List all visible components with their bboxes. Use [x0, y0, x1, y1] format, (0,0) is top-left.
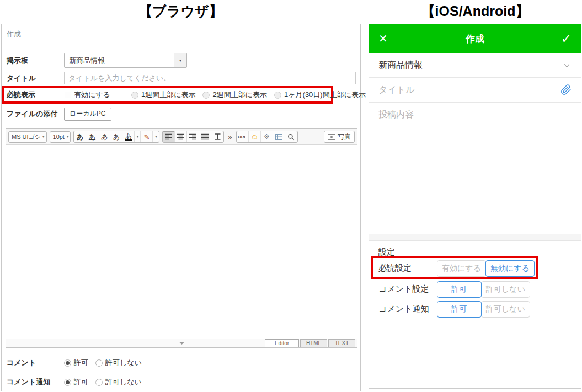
font-family-select[interactable]: MS UIゴシ ▾ — [8, 131, 47, 143]
dropdown-arrow-icon[interactable]: ▼ — [174, 53, 186, 67]
comment-notify-row: コメント通知 許可 許可しない — [7, 377, 356, 387]
search-icon — [287, 133, 295, 141]
mustread-enable-checkbox[interactable] — [65, 92, 71, 98]
notify-allow-label: 許可 — [74, 377, 88, 387]
file-attach-row: ファイルの添付 ローカルPC — [7, 107, 356, 121]
editor-content-area[interactable] — [6, 145, 357, 339]
rich-text-editor: MS UIゴシ ▾ 10pt ▾ あ あ あ あ あ ▾ ✎ ▾ — [6, 128, 357, 348]
notify-deny-button[interactable]: 許可しない — [481, 301, 530, 318]
align-center-icon — [177, 133, 184, 140]
mustread-2week-label: 2週間上部に表示 — [212, 90, 267, 100]
comment-allow-label: 許可 — [74, 358, 88, 368]
mustread-enable-label: 有効にする — [74, 90, 110, 100]
font-family-value: MS UIゴシ — [12, 133, 40, 141]
align-left-button[interactable] — [163, 131, 175, 142]
underline-button[interactable]: あ — [86, 131, 98, 142]
comment-setting-label: コメント設定 — [378, 284, 437, 294]
divider — [6, 42, 355, 42]
align-button-group — [162, 131, 224, 143]
strikethrough-button[interactable]: あ — [110, 131, 122, 142]
editor-bottom-bar: Editor HTML TEXT — [6, 339, 357, 347]
highlight-pen-icon[interactable]: ✎ — [141, 131, 153, 142]
notify-allow-radio[interactable] — [64, 379, 71, 386]
local-pc-button[interactable]: ローカルPC — [64, 108, 111, 121]
notify-allow-button[interactable]: 許可 — [437, 301, 482, 318]
mobile-board-select[interactable]: 新商品情報 — [369, 53, 581, 78]
mobile-header: ✕ 作成 ✓ — [369, 24, 581, 53]
chevron-down-icon — [562, 61, 572, 70]
comment-notify-setting-row: コメント通知 許可 許可しない — [369, 299, 581, 319]
comment-deny-button[interactable]: 許可しない — [481, 281, 530, 298]
bold-button[interactable]: あ — [74, 131, 86, 142]
mustread-1month-radio[interactable] — [274, 92, 281, 99]
font-size-select[interactable]: 10pt ▾ — [50, 131, 71, 143]
comment-segmented-control: 許可 許可しない — [437, 281, 530, 298]
resize-handle[interactable] — [178, 341, 185, 345]
italic-button[interactable]: あ — [98, 131, 110, 142]
align-right-button[interactable] — [187, 131, 199, 142]
editor-mode-tabs: Editor HTML TEXT — [265, 339, 355, 347]
align-center-button[interactable] — [175, 131, 187, 142]
title-input[interactable] — [64, 72, 356, 84]
comment-row: コメント 許可 許可しない — [7, 358, 356, 368]
search-button[interactable] — [285, 131, 297, 142]
font-color-icon: あ — [125, 133, 132, 141]
format-button-group: あ あ あ あ あ ▾ ✎ ▾ — [73, 131, 159, 143]
mustread-enable-button[interactable]: 有効にする — [437, 260, 486, 277]
mustread-disable-button[interactable]: 無効にする — [485, 260, 535, 277]
board-label: 掲示板 — [7, 56, 64, 66]
mobile-body-placeholder: 投稿内容 — [378, 110, 414, 119]
dropdown-arrow-icon: ▾ — [42, 135, 45, 139]
highlight-box-mustread-display: 必読表示 有効にする 1週間上部に表示 2週間上部に表示 1ヶ月(30日)間上部… — [2, 86, 333, 104]
editor-toolbar: MS UIゴシ ▾ 10pt ▾ あ あ あ あ あ ▾ ✎ ▾ — [6, 129, 357, 145]
section-separator — [369, 234, 581, 241]
reference-mark-icon[interactable]: ※ — [261, 131, 273, 142]
comment-allow-radio[interactable] — [64, 359, 71, 367]
mobile-title-input[interactable]: タイトル — [369, 78, 581, 103]
font-color-button[interactable]: あ — [122, 131, 135, 142]
tab-text[interactable]: TEXT — [328, 339, 355, 347]
mustread-setting-row: 必読設定 有効にする 無効にする — [369, 258, 581, 278]
board-select[interactable]: 新商品情報 ▼ — [64, 53, 187, 68]
line-height-button[interactable] — [211, 131, 223, 142]
ios-android-heading: 【iOS/Android】 — [369, 2, 582, 20]
file-attach-label: ファイルの添付 — [7, 109, 64, 119]
mustread-2week-radio[interactable] — [202, 92, 210, 99]
photo-button-label: 写真 — [338, 132, 351, 142]
settings-heading: 設定 — [378, 247, 581, 257]
paperclip-icon[interactable] — [560, 84, 572, 95]
more-tools-button[interactable]: » — [227, 133, 233, 141]
comment-deny-radio[interactable] — [95, 359, 103, 367]
tab-html[interactable]: HTML — [300, 339, 327, 347]
tab-editor[interactable]: Editor — [265, 339, 299, 347]
comment-setting-row: コメント設定 許可 許可しない — [369, 279, 581, 299]
emoji-icon[interactable]: ☺ — [249, 131, 261, 142]
mobile-panel: ✕ 作成 ✓ 新商品情報 タイトル 投稿内容 設定 必読設定 有効にする 無効に… — [369, 24, 581, 389]
notify-deny-radio[interactable] — [95, 379, 103, 386]
board-row: 掲示板 新商品情報 ▼ — [7, 53, 356, 68]
photo-icon — [328, 134, 335, 140]
mustread-segmented-control: 有効にする 無効にする — [437, 260, 535, 277]
url-button[interactable]: URL — [237, 131, 249, 142]
mobile-title-placeholder: タイトル — [378, 84, 415, 96]
highlight-dropdown-arrow-icon[interactable]: ▾ — [153, 131, 159, 142]
mustread-1week-radio[interactable] — [131, 92, 138, 99]
mustread-1week-label: 1週間上部に表示 — [141, 90, 196, 100]
comment-notify-setting-label: コメント通知 — [378, 304, 437, 314]
font-size-value: 10pt — [53, 133, 65, 140]
browser-panel: 作成 掲示板 新商品情報 ▼ タイトル 必読表示 有効にする 1週間上部に表示 … — [1, 24, 361, 391]
align-left-icon — [165, 133, 172, 140]
justify-icon — [201, 133, 209, 140]
comment-allow-button[interactable]: 許可 — [437, 281, 482, 298]
table-icon — [275, 134, 282, 140]
justify-button[interactable] — [199, 131, 211, 142]
browser-heading: 【ブラウザ】 — [0, 2, 361, 20]
mustread-1month-label: 1ヶ月(30日)間上部に表示 — [284, 90, 366, 100]
mobile-body-input[interactable]: 投稿内容 — [369, 103, 581, 234]
font-color-dropdown-arrow-icon[interactable]: ▾ — [135, 131, 141, 142]
insert-photo-button[interactable]: 写真 — [324, 131, 355, 143]
table-button[interactable] — [273, 131, 285, 142]
notify-deny-label: 許可しない — [105, 377, 142, 387]
comment-deny-label: 許可しない — [105, 358, 142, 368]
title-label: タイトル — [7, 73, 64, 83]
